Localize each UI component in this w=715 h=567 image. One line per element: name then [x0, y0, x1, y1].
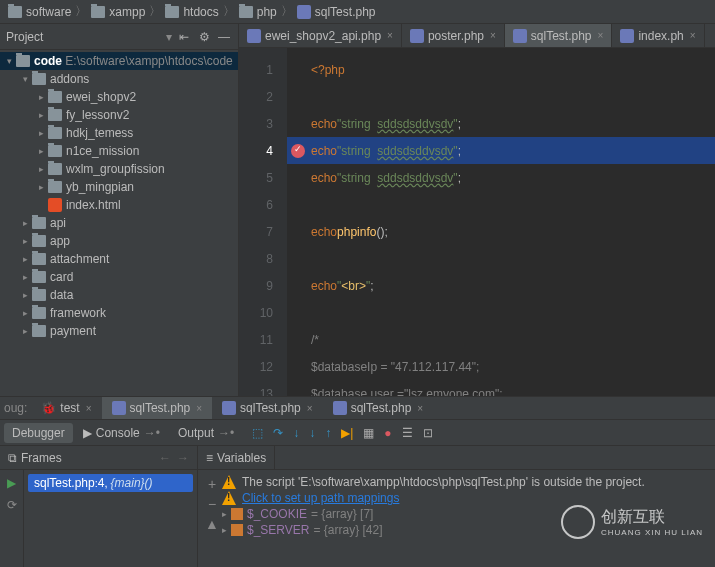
breadcrumb-item[interactable]: sqlTest.php — [297, 5, 376, 19]
close-icon[interactable]: × — [307, 403, 313, 414]
editor-area: ewei_shopv2_api.php×poster.php×sqlTest.p… — [239, 24, 715, 396]
tree-item[interactable]: index.html — [0, 196, 238, 214]
debugger-body: ▶ ⟳ sqlTest.php:4, {main}() + − ▲ The sc… — [0, 470, 715, 567]
php-icon — [112, 401, 126, 415]
variable-row[interactable]: ▸$_COOKIE = {array} [7] — [222, 506, 711, 522]
minimize-icon[interactable]: — — [216, 29, 232, 45]
debugger-tab[interactable]: Debugger — [4, 423, 73, 443]
run-tab-label: test — [60, 401, 79, 415]
run-tab[interactable]: 🐞test× — [31, 397, 101, 419]
stack-frame[interactable]: sqlTest.php:4, {main}() — [28, 474, 193, 492]
tree-item[interactable]: ▸payment — [0, 322, 238, 340]
tab-label: ewei_shopv2_api.php — [265, 29, 381, 43]
resume-icon[interactable]: ▶ — [7, 476, 16, 490]
step-over-icon[interactable]: ⬚ — [252, 426, 263, 440]
breadcrumb-item[interactable]: htdocs — [165, 5, 218, 19]
stop-icon[interactable]: ⟳ — [7, 498, 17, 512]
close-icon[interactable]: × — [598, 30, 604, 41]
force-step-icon[interactable]: ↓ — [309, 426, 315, 440]
path-mapping-link[interactable]: Click to set up path mappings — [242, 491, 399, 505]
close-icon[interactable]: × — [690, 30, 696, 41]
bug-icon: 🐞 — [41, 401, 56, 415]
tree-item[interactable]: ▸api — [0, 214, 238, 232]
tree-item[interactable]: ▸attachment — [0, 250, 238, 268]
tree-item[interactable]: ▸fy_lessonv2 — [0, 106, 238, 124]
tree-item[interactable]: ▸data — [0, 286, 238, 304]
tree-item[interactable]: ▸framework — [0, 304, 238, 322]
tree-label: payment — [50, 324, 96, 338]
editor-tab[interactable]: poster.php× — [402, 24, 505, 47]
breadcrumb-item[interactable]: php — [239, 5, 277, 19]
settings-icon[interactable]: ☰ — [402, 426, 413, 440]
folder-icon — [32, 235, 46, 247]
tree-label: hdkj_temess — [66, 126, 133, 140]
tree-item[interactable]: ▸ewei_shopv2 — [0, 88, 238, 106]
run-tab[interactable]: sqlTest.php× — [212, 397, 323, 419]
tree-item[interactable]: ▸hdkj_temess — [0, 124, 238, 142]
breadcrumb-item[interactable]: xampp — [91, 5, 145, 19]
output-tab[interactable]: Output→• — [170, 423, 242, 443]
folder-icon — [32, 307, 46, 319]
frames-icon: ⧉ — [8, 451, 17, 465]
tree-item[interactable]: ▸yb_mingpian — [0, 178, 238, 196]
code-editor[interactable]: 12345678910111213 <?phpecho "string sdds… — [239, 48, 715, 396]
project-title[interactable]: Project — [6, 30, 162, 44]
evaluate-icon[interactable]: ▦ — [363, 426, 374, 440]
tree-item[interactable]: ▸wxlm_groupfission — [0, 160, 238, 178]
warning-line: Click to set up path mappings — [222, 490, 711, 506]
tree-label: data — [50, 288, 73, 302]
tree-item[interactable]: ▸card — [0, 268, 238, 286]
add-watch-icon[interactable]: + — [208, 476, 216, 492]
run-tab-label: sqlTest.php — [351, 401, 412, 415]
editor-tab[interactable]: index.ph× — [612, 24, 704, 47]
prev-frame-icon[interactable]: ← — [159, 451, 171, 465]
step-into-icon[interactable]: ↷ — [273, 426, 283, 440]
folder-icon — [239, 6, 253, 18]
run-to-cursor-icon[interactable]: ▶| — [341, 426, 353, 440]
debug-left-gutter: ▶ ⟳ — [0, 470, 24, 567]
vars-icon: ≡ — [206, 451, 213, 465]
close-icon[interactable]: × — [196, 403, 202, 414]
step-down-icon[interactable]: ↓ — [293, 426, 299, 440]
tree-label: api — [50, 216, 66, 230]
step-out-icon[interactable]: ↑ — [325, 426, 331, 440]
pin-icon[interactable]: ⊡ — [423, 426, 433, 440]
folder-icon — [16, 55, 30, 67]
folder-icon — [48, 145, 62, 157]
breadcrumb-item[interactable]: software — [8, 5, 71, 19]
variable-row[interactable]: ▸$_SERVER = {array} [42] — [222, 522, 711, 538]
breakpoint-icon[interactable] — [291, 144, 305, 158]
run-tab[interactable]: sqlTest.php× — [102, 397, 213, 419]
close-icon[interactable]: × — [387, 30, 393, 41]
php-icon — [247, 29, 261, 43]
tree-item[interactable]: ▸app — [0, 232, 238, 250]
remove-watch-icon[interactable]: − — [208, 496, 216, 512]
warning-icon — [222, 491, 236, 505]
tree-label: yb_mingpian — [66, 180, 134, 194]
close-icon[interactable]: × — [490, 30, 496, 41]
folder-icon — [32, 217, 46, 229]
close-icon[interactable]: × — [86, 403, 92, 414]
collapse-icon[interactable]: ⇤ — [176, 29, 192, 45]
run-tab[interactable]: sqlTest.php× — [323, 397, 434, 419]
editor-tab[interactable]: sqlTest.php× — [505, 24, 613, 47]
php-icon — [333, 401, 347, 415]
php-icon — [222, 401, 236, 415]
next-frame-icon[interactable]: → — [177, 451, 189, 465]
tree-item[interactable]: ▸n1ce_mission — [0, 142, 238, 160]
project-header: Project ▾ ⇤ ⚙ — — [0, 24, 238, 50]
tree-label: attachment — [50, 252, 109, 266]
mute-bp-icon[interactable]: ● — [384, 426, 391, 440]
tree-item[interactable]: ▾addons — [0, 70, 238, 88]
editor-tab[interactable]: ewei_shopv2_api.php× — [239, 24, 402, 47]
tree-label: fy_lessonv2 — [66, 108, 129, 122]
close-icon[interactable]: × — [417, 403, 423, 414]
up-icon[interactable]: ▲ — [205, 516, 219, 532]
php-icon — [620, 29, 634, 43]
folder-icon — [165, 6, 179, 18]
console-tab[interactable]: ▶Console→• — [75, 423, 168, 443]
var-icon — [231, 524, 243, 536]
tree-root[interactable]: ▾ code E:\software\xampp\htdocs\code — [0, 52, 238, 70]
gear-icon[interactable]: ⚙ — [196, 29, 212, 45]
php-icon — [513, 29, 527, 43]
